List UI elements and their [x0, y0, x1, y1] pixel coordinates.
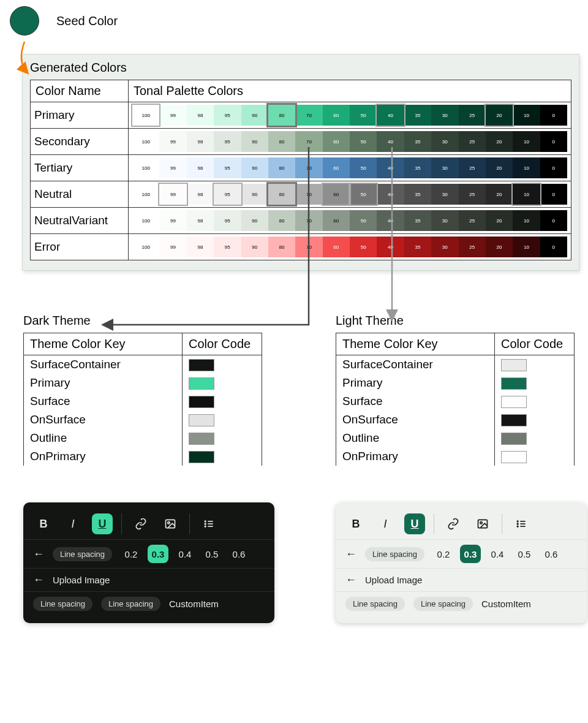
theme-key-cell: OnSurface [24, 411, 183, 429]
list-button[interactable] [511, 513, 532, 534]
tonal-swatch: 25 [459, 131, 486, 152]
tonal-swatch: 100 [132, 105, 159, 126]
tonal-swatch: 100 [132, 157, 159, 178]
bold-button[interactable]: B [33, 513, 54, 534]
list-button[interactable] [198, 513, 219, 534]
tonal-swatch: 20 [486, 131, 513, 152]
bold-button[interactable]: B [345, 513, 366, 534]
tonal-swatch: 20 [486, 157, 513, 178]
link-button[interactable] [443, 513, 464, 534]
spacing-value[interactable]: 0.2 [433, 545, 454, 563]
tonal-swatch: 50 [350, 131, 377, 152]
image-icon [477, 518, 489, 530]
palette-row-name: Neutral [31, 181, 129, 208]
spacing-value[interactable]: 0.2 [121, 545, 141, 563]
list-icon [515, 518, 527, 530]
tonal-swatch: 35 [404, 131, 431, 152]
chip-one[interactable]: Line spacing [33, 597, 92, 611]
tonal-swatch: 30 [431, 105, 458, 126]
theme-code-cell [495, 374, 575, 392]
link-icon [135, 518, 147, 530]
tonal-swatch: 0 [540, 105, 567, 126]
tonal-swatch: 20 [486, 184, 513, 205]
italic-button[interactable]: I [62, 513, 83, 534]
svg-point-11 [517, 523, 518, 524]
image-button[interactable] [160, 513, 181, 534]
tonal-swatch: 99 [159, 157, 186, 178]
back-button[interactable]: ← [345, 573, 356, 586]
back-button[interactable]: ← [33, 573, 44, 586]
theme-code-cell [183, 392, 262, 411]
tonal-swatch: 35 [404, 184, 431, 205]
tonal-swatch: 30 [431, 210, 458, 231]
color-code-swatch [501, 359, 527, 371]
image-button[interactable] [472, 513, 493, 534]
generated-colors-panel: Generated Colors Color Name Tonal Palett… [22, 54, 579, 271]
tonal-swatch: 20 [486, 237, 513, 257]
tonal-swatch: 80 [268, 157, 295, 178]
tonal-swatch: 0 [540, 157, 567, 178]
spacing-value[interactable]: 0.6 [541, 545, 562, 563]
underline-button[interactable]: U [404, 513, 425, 534]
tonal-palette-table: Color Name Tonal Palette Colors Primary1… [30, 80, 571, 260]
tonal-swatch: 90 [241, 184, 268, 205]
chip-two[interactable]: Line spacing [101, 597, 160, 611]
tonal-swatch: 98 [187, 131, 214, 152]
svg-point-3 [205, 523, 206, 524]
tonal-swatch: 40 [377, 157, 404, 178]
tonal-swatch: 40 [377, 105, 404, 126]
link-button[interactable] [130, 513, 151, 534]
line-spacing-chip[interactable]: Line spacing [53, 547, 112, 561]
back-button[interactable]: ← [345, 548, 356, 561]
chip-two[interactable]: Line spacing [413, 597, 473, 611]
palette-row-name: Tertiary [31, 155, 129, 181]
tonal-swatch: 0 [540, 184, 567, 205]
theme-code-cell [495, 429, 575, 447]
line-spacing-chip[interactable]: Line spacing [365, 547, 424, 561]
tonal-swatch: 60 [323, 131, 350, 152]
tonal-swatch: 70 [295, 210, 322, 231]
seed-color-label: Seed Color [56, 14, 118, 28]
spacing-value[interactable]: 0.3 [460, 545, 481, 563]
tonal-swatch: 100 [132, 210, 159, 231]
tonal-swatch: 50 [350, 105, 377, 126]
tonal-swatch: 35 [404, 157, 431, 178]
tonal-swatch: 60 [323, 105, 350, 126]
svg-point-10 [517, 521, 518, 522]
italic-button[interactable]: I [375, 513, 396, 534]
theme-key-cell: OnSurface [336, 411, 495, 429]
spacing-value[interactable]: 0.6 [228, 545, 249, 563]
tonal-swatch: 50 [350, 210, 377, 231]
upload-image-label[interactable]: Upload Image [365, 575, 422, 585]
upload-image-label[interactable]: Upload Image [53, 575, 110, 585]
tonal-swatch: 50 [350, 157, 377, 178]
back-button[interactable]: ← [33, 548, 44, 561]
tonal-swatch: 99 [159, 105, 186, 126]
theme-key-cell: Primary [336, 374, 495, 392]
spacing-value[interactable]: 0.3 [148, 545, 168, 563]
tonal-swatch: 50 [350, 237, 377, 257]
tonal-swatch: 10 [513, 210, 540, 231]
theme-key-cell: Outline [24, 429, 183, 447]
spacing-value[interactable]: 0.4 [487, 545, 508, 563]
tonal-swatch: 98 [187, 105, 214, 126]
chip-one[interactable]: Line spacing [345, 597, 405, 611]
color-code-swatch [501, 414, 527, 426]
theme-code-cell [183, 355, 262, 374]
svg-point-4 [205, 526, 206, 527]
tonal-swatch: 0 [540, 237, 567, 257]
tonal-swatch: 70 [295, 157, 322, 178]
tonal-swatch: 40 [377, 237, 404, 257]
theme-header-key: Theme Color Key [336, 333, 495, 355]
color-code-swatch [189, 359, 214, 371]
underline-button[interactable]: U [92, 513, 113, 534]
spacing-value[interactable]: 0.5 [514, 545, 535, 563]
spacing-value[interactable]: 0.4 [175, 545, 195, 563]
tonal-swatch: 60 [323, 157, 350, 178]
theme-header-code: Color Code [495, 333, 575, 355]
tonal-swatch: 10 [513, 237, 540, 257]
spacing-value[interactable]: 0.5 [202, 545, 222, 563]
tonal-swatch: 70 [295, 237, 322, 257]
tonal-swatch: 35 [404, 105, 431, 126]
theme-code-cell [495, 447, 575, 466]
